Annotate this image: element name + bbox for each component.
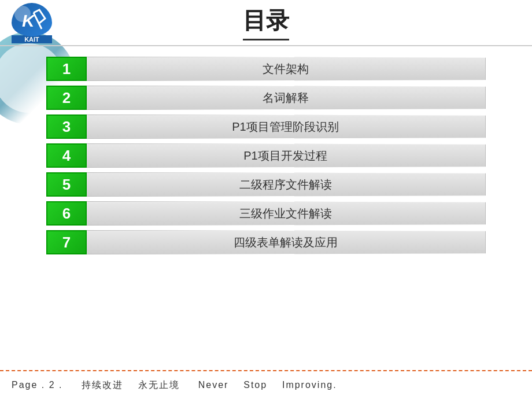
- svg-line-1: [34, 13, 42, 29]
- footer-page-label: Page: [12, 380, 38, 390]
- toc-item-7: 7四级表单解读及应用: [46, 230, 486, 254]
- toc-label-6: 三级作业文件解读: [86, 201, 486, 226]
- toc-label-7: 四级表单解读及应用: [86, 230, 486, 254]
- toc-label-inner-4: P1项目开发过程: [86, 143, 486, 168]
- footer-text2: 永无止境: [138, 380, 180, 390]
- footer-text3: Never: [198, 380, 229, 390]
- toc-number-1: 1: [46, 57, 87, 81]
- toc-number-7: 7: [46, 230, 87, 254]
- toc-item-3: 3P1项目管理阶段识别: [46, 114, 486, 139]
- toc-label-4: P1项目开发过程: [86, 143, 486, 168]
- footer-text: Page . 2 . 持续改进 永无止境 Never Stop Improvin…: [12, 379, 337, 391]
- footer-text1: 持续改进: [82, 380, 123, 390]
- toc-label-2: 名词解释: [86, 86, 486, 110]
- logo-label: KAIT: [12, 35, 52, 43]
- footer-text5: Improving.: [282, 380, 337, 390]
- toc-item-5: 5二级程序文件解读: [46, 172, 486, 197]
- page-title: 目录: [243, 5, 289, 40]
- footer-page-number: 2: [49, 380, 56, 390]
- toc-number-3: 3: [46, 114, 87, 139]
- logo-area: K KAIT: [6, 3, 58, 43]
- toc-list: 1文件架构2名词解释3P1项目管理阶段识别4P1项目开发过程5二级程序文件解读6…: [46, 57, 486, 254]
- toc-label-inner-5: 二级程序文件解读: [86, 172, 486, 197]
- main-content: 1文件架构2名词解释3P1项目管理阶段识别4P1项目开发过程5二级程序文件解读6…: [0, 46, 532, 265]
- toc-number-6: 6: [46, 201, 87, 226]
- toc-label-inner-2: 名词解释: [86, 86, 486, 110]
- toc-label-inner-3: P1项目管理阶段识别: [86, 114, 486, 139]
- toc-number-5: 5: [46, 172, 87, 197]
- toc-label-3: P1项目管理阶段识别: [86, 114, 486, 139]
- toc-item-1: 1文件架构: [46, 57, 486, 81]
- toc-label-5: 二级程序文件解读: [86, 172, 486, 197]
- logo-icon: K: [12, 3, 52, 36]
- header: K KAIT 目录: [0, 0, 532, 46]
- footer-dot2: .: [59, 380, 66, 390]
- footer-dot1: .: [42, 380, 49, 390]
- toc-item-6: 6三级作业文件解读: [46, 201, 486, 226]
- toc-number-4: 4: [46, 143, 87, 168]
- toc-item-2: 2名词解释: [46, 86, 486, 110]
- toc-label-inner-1: 文件架构: [86, 57, 486, 81]
- toc-label-inner-6: 三级作业文件解读: [86, 201, 486, 226]
- footer: Page . 2 . 持续改进 永无止境 Never Stop Improvin…: [0, 370, 532, 399]
- toc-label-1: 文件架构: [86, 57, 486, 81]
- toc-item-4: 4P1项目开发过程: [46, 143, 486, 168]
- toc-number-2: 2: [46, 86, 87, 110]
- toc-label-inner-7: 四级表单解读及应用: [86, 230, 486, 254]
- footer-text4: Stop: [243, 380, 267, 390]
